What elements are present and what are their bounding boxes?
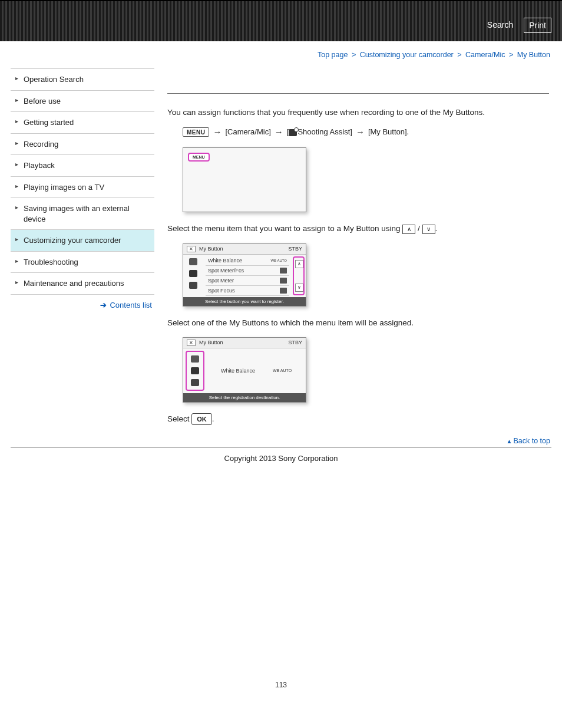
breadcrumb-current: My Button	[517, 51, 550, 59]
screenshot-menu-button: MENU	[188, 153, 210, 162]
intro-text: You can assign functions that you freque…	[167, 107, 549, 118]
sidebar-item[interactable]: Maintenance and precautions	[11, 273, 154, 295]
screenshot-scroll-highlighted: ∧ ∨	[293, 256, 305, 295]
down-arrow-icon: ∨	[422, 225, 435, 234]
sidebar-item[interactable]: Saving images with an external device	[11, 198, 154, 230]
select-button-text: Select one of the My Buttons to which th…	[167, 317, 549, 329]
horizontal-rule	[167, 93, 549, 94]
contents-list-link[interactable]: ➔ Contents list	[11, 295, 154, 315]
screenshot-menu: MENU	[183, 147, 306, 212]
up-arrow-icon: ∧	[402, 225, 415, 234]
breadcrumb-customizing[interactable]: Customizing your camcorder	[360, 51, 454, 59]
screenshot-left-icons	[183, 255, 203, 297]
screenshot-footer: Select the registration destination.	[183, 393, 306, 402]
screenshot-list-row: Spot Meter/Fcs	[206, 266, 289, 276]
topbar-actions: Search Print	[482, 18, 551, 33]
path-camera-mic: [Camera/Mic]	[225, 127, 270, 136]
mode-icon	[189, 258, 197, 265]
contents-list-label: Contents list	[110, 301, 152, 309]
top-bar: Search Print	[0, 0, 562, 41]
mode-icon	[191, 355, 199, 363]
main-content: You can assign functions that you freque…	[167, 65, 551, 433]
menu-button-graphic: MENU	[183, 127, 209, 137]
select-ok-text: Select OK.	[167, 413, 549, 426]
arrow-icon: ➔	[100, 301, 107, 309]
mode-icon	[189, 282, 197, 289]
ok-button-graphic: OK	[191, 413, 212, 426]
arrow-icon: →	[356, 127, 365, 137]
search-link[interactable]: Search	[482, 18, 518, 33]
screenshot-footer: Select the button you want to register.	[183, 297, 306, 306]
menu-path: MENU → [Camera/Mic] → [Shooting Assist] …	[167, 127, 549, 137]
screenshot-list-row: White BalanceWB AUTO	[206, 256, 289, 266]
path-shooting-assist: [Shooting Assist]	[287, 127, 352, 136]
select-item-text: Select the menu item that you want to as…	[167, 223, 549, 235]
mode-icon	[191, 379, 199, 386]
mode-icon	[189, 270, 197, 277]
breadcrumb-sep: >	[352, 51, 356, 59]
arrow-icon: →	[213, 127, 222, 137]
screenshot-assign: ✕ My Button STBY White Balance WB AUTO S…	[183, 337, 306, 403]
close-icon: ✕	[187, 340, 196, 346]
screenshot-list-row: Spot Focus	[206, 286, 289, 296]
screenshot-left-highlighted	[186, 351, 204, 391]
mode-icon	[191, 367, 199, 374]
sidebar-item[interactable]: Troubleshooting	[11, 252, 154, 274]
path-my-button: [My Button].	[368, 127, 409, 136]
sidebar-item[interactable]: Getting started	[11, 112, 154, 134]
print-button[interactable]: Print	[524, 18, 551, 33]
screenshot-list: ✕ My Button STBY White BalanceWB AUTOSpo…	[183, 243, 306, 307]
sidebar-item[interactable]: Before use	[11, 91, 154, 113]
sidebar-item[interactable]: Operation Search	[11, 69, 154, 91]
breadcrumb-cameramic[interactable]: Camera/Mic	[465, 51, 505, 59]
breadcrumb-sep: >	[457, 51, 461, 59]
sidebar-nav: Operation SearchBefore useGetting starte…	[11, 68, 154, 315]
arrow-icon: →	[275, 127, 283, 137]
sidebar-item[interactable]: Recording	[11, 134, 154, 156]
breadcrumb: Top page > Customizing your camcorder > …	[0, 41, 562, 65]
triangle-up-icon: ▲	[507, 438, 513, 444]
breadcrumb-top[interactable]: Top page	[318, 51, 348, 59]
page-number: 113	[0, 480, 562, 701]
scroll-up-icon: ∧	[295, 260, 303, 268]
sidebar-item[interactable]: Playing images on a TV	[11, 177, 154, 199]
screenshot-list-row: Spot Meter	[206, 276, 289, 286]
shooting-assist-icon	[289, 129, 297, 136]
sidebar-item[interactable]: Playback	[11, 155, 154, 177]
sidebar-item[interactable]: Customizing your camcorder	[11, 230, 154, 252]
close-icon: ✕	[187, 246, 196, 252]
breadcrumb-sep: >	[509, 51, 513, 59]
copyright-text: Copyright 2013 Sony Corporation	[11, 447, 551, 480]
scroll-down-icon: ∨	[295, 284, 303, 292]
back-to-top-link[interactable]: ▲Back to top	[0, 433, 562, 447]
